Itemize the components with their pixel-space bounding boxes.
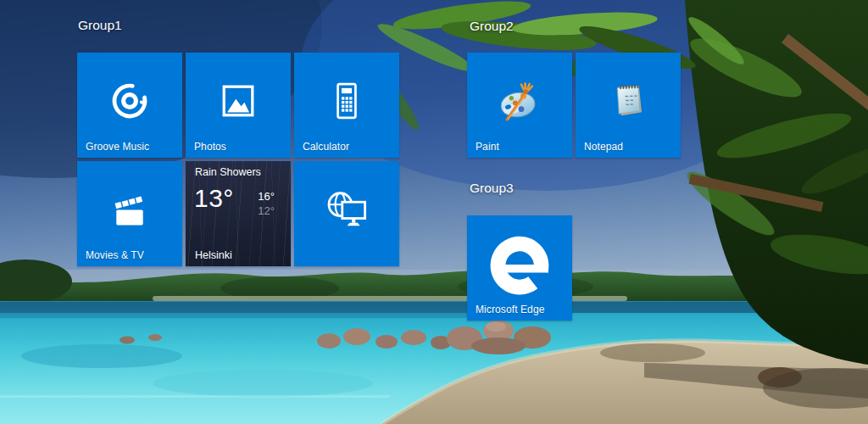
tile-label: Groove Music: [86, 141, 149, 153]
weather-temperature: 13°: [194, 184, 234, 213]
tile-notepad[interactable]: Notepad: [576, 53, 681, 158]
calculator-icon: [326, 80, 368, 122]
globe-monitor-icon: [323, 186, 370, 233]
group3-header[interactable]: Group3: [470, 181, 514, 196]
photos-icon: [216, 79, 260, 123]
group2-header[interactable]: Group2: [470, 19, 514, 34]
weather-high: 16°: [258, 189, 275, 204]
tile-label: Photos: [194, 141, 226, 153]
group1-header[interactable]: Group1: [78, 18, 122, 33]
weather-condition: Rain Showers: [195, 166, 261, 178]
weather-high-low: 16° 12°: [258, 189, 275, 218]
tile-label: Calculator: [303, 141, 349, 153]
tile-label: Notepad: [584, 141, 623, 153]
weather-location: Helsinki: [195, 249, 232, 261]
tile-microsoft-edge[interactable]: Microsoft Edge: [467, 215, 572, 321]
tile-paint[interactable]: Paint: [467, 53, 572, 158]
notepad-icon: [604, 76, 653, 126]
start-screen: Group1 Groove Music Photos: [0, 0, 868, 424]
paint-palette-icon: [493, 75, 546, 127]
tile-weather[interactable]: Rain Showers 13° 16° 12° Helsinki: [186, 161, 291, 266]
groove-music-icon: [107, 78, 153, 124]
tile-photos[interactable]: Photos: [186, 53, 291, 158]
tile-network-display[interactable]: [294, 161, 399, 266]
tile-calculator[interactable]: Calculator: [294, 53, 399, 158]
tile-groove-music[interactable]: Groove Music: [77, 53, 182, 158]
edge-logo-icon: [477, 221, 562, 306]
tile-movies-tv[interactable]: Movies & TV: [77, 161, 182, 266]
tile-label: Paint: [476, 141, 499, 153]
tile-label: Movies & TV: [86, 249, 144, 261]
weather-low: 12°: [258, 204, 275, 218]
tile-label: Microsoft Edge: [476, 304, 544, 315]
movies-tv-icon: [108, 187, 152, 232]
